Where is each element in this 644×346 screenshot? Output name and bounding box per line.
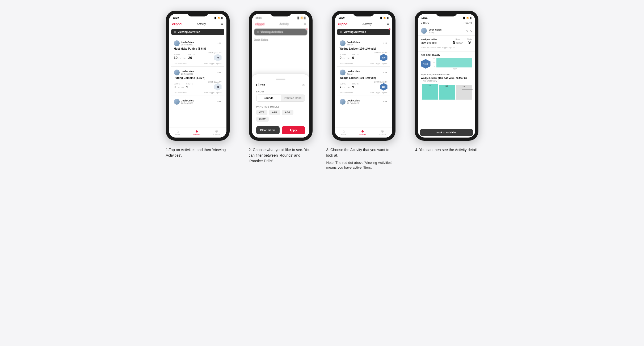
modal-footer: Clear Filters Apply: [256, 126, 305, 134]
score-label-3-1: Score: [340, 54, 350, 55]
stat-quality-3-2: Shot Quality 118: [374, 81, 387, 91]
info-row-3-1: Test Information Data: Clippd Capture: [340, 62, 388, 64]
caption-3-note: Note: The red dot above 'Viewing Activit…: [326, 160, 401, 170]
capture-icon-3: ⊕: [381, 129, 384, 133]
shots-value-3-2: 9: [352, 85, 359, 89]
more-dots-3-1[interactable]: •••: [383, 41, 388, 45]
viewing-banner-1[interactable]: ⚙ Viewing Activities: [171, 29, 224, 35]
user-date-3-2: Today: [347, 73, 360, 75]
score-label-1-2: Score: [174, 83, 184, 85]
status-time-2: 13:21: [256, 16, 262, 19]
more-dots-1-1[interactable]: •••: [217, 41, 222, 45]
caption-3: 3. Choose the Activity that you want to …: [326, 147, 401, 170]
info-row-3-2: Test Information Data: Clippd Capture: [340, 92, 388, 93]
clear-filters-button[interactable]: Clear Filters: [256, 126, 280, 134]
edit-icon-4[interactable]: ✎: [466, 29, 468, 33]
user-date-3-1: Today: [347, 44, 360, 46]
activity-card-3-1[interactable]: Josh Coles Today ••• Wedge Ladder (100–1…: [337, 38, 390, 67]
caption-1: 1.Tap on Activities and then 'Viewing Ac…: [166, 147, 230, 158]
info-left-3-2: Test Information: [340, 92, 353, 93]
phone-2-column: 13:21 ▐▌ 📶 ▓ clippd Activity ≡ ⚙: [243, 11, 318, 170]
chip-putt[interactable]: PUTT: [256, 117, 269, 122]
status-time-1: 13:20: [173, 16, 179, 19]
rounds-toggle[interactable]: Rounds: [256, 95, 281, 101]
avg-quality-title-4: Avg Shot Quality: [421, 54, 472, 56]
session-label-4: Player Activity ▸ Practice Session: [418, 72, 475, 76]
stat-quality-1-1: Shot Quality 75: [208, 52, 221, 61]
practice-drills-toggle[interactable]: Practice Drills: [281, 95, 305, 101]
user-details-1-1: Josh Coles 28 Feb 2023: [181, 41, 194, 46]
modal-title: Filter: [256, 83, 265, 87]
big-bar-val-2-4: 129: [445, 85, 448, 87]
nav-capture-3[interactable]: ⊕ Capture: [379, 129, 386, 135]
home-icon-3: ⌂: [343, 129, 345, 133]
user-name-3-3: Josh Coles: [347, 99, 360, 102]
detail-info-left-4: ⊙ Test Information: [421, 46, 436, 49]
user-details-1-3: Josh Coles 28 Feb 2023: [181, 99, 194, 104]
info-right-1-2: Data: Clippd Capture: [204, 92, 221, 93]
quality-badge-3-1: 130: [380, 54, 388, 61]
stat-shots-3-2: Shots 9: [352, 83, 359, 89]
activity-title-3-2: Wedge Ladder (100–140 yds): [340, 76, 388, 79]
nav-activities-1[interactable]: ♣ Activities: [193, 129, 201, 135]
nav-home-3[interactable]: ⌂ Home: [341, 129, 346, 135]
more-dots-1-2[interactable]: •••: [217, 71, 222, 74]
stats-row-3-1: Score 9 OUT OF Shots 9: [340, 52, 388, 61]
phone-2: 13:21 ▐▌ 📶 ▓ clippd Activity ≡ ⚙: [249, 11, 313, 141]
phone-2-screen: 13:21 ▐▌ 📶 ▓ clippd Activity ≡ ⚙: [252, 14, 309, 138]
nav-capture-1[interactable]: ⊕ Capture: [213, 129, 220, 135]
nav-activities-3[interactable]: ♣ Activities: [359, 129, 367, 135]
user-name-1-3: Josh Coles: [181, 99, 194, 102]
user-details-3-2: Josh Coles Today: [347, 70, 360, 75]
out-of-label-4: OUT OF: [456, 42, 463, 44]
score-value-3-2: 7: [340, 85, 342, 89]
apply-button[interactable]: Apply: [282, 126, 305, 134]
avg-quality-content-4: 130 100 50 0 APP: [421, 58, 472, 70]
quality-badge-1-1: 75: [214, 54, 222, 61]
activity-card-1-2[interactable]: Josh Coles 28 Feb 2023 ••• Putting Combi…: [171, 67, 224, 96]
viewing-banner-text-3: Viewing Activities: [344, 31, 366, 33]
battery-icon-2: ▓: [304, 17, 306, 19]
info-right-3-1: Data: Clippd Capture: [370, 62, 387, 64]
hamburger-icon-3[interactable]: ≡: [387, 22, 389, 26]
more-dots-1-3[interactable]: •••: [217, 100, 222, 104]
score-inline-3-1: 9 OUT OF: [340, 56, 350, 60]
wifi-icon-2: 📶: [301, 17, 303, 19]
card-header-3-3: Josh Coles 28 Feb 2023 •••: [340, 99, 388, 105]
activity-card-1-3[interactable]: Josh Coles 28 Feb 2023 •••: [171, 97, 224, 108]
viewing-banner-3[interactable]: ⚙ Viewing Activities: [337, 29, 390, 35]
back-to-activities-button-4[interactable]: Back to Activities: [420, 129, 473, 136]
filter-icon-3: ⚙: [340, 31, 342, 33]
back-button-4[interactable]: < Back: [421, 22, 429, 25]
nav-home-1[interactable]: ⌂ Home: [175, 129, 180, 135]
chip-ott[interactable]: OTT: [256, 110, 267, 115]
cancel-button-4[interactable]: Cancel: [464, 22, 472, 25]
card-header-3-2: Josh Coles Today •••: [340, 70, 388, 75]
hamburger-icon-1[interactable]: ≡: [221, 22, 223, 26]
more-dots-3-3[interactable]: •••: [383, 100, 388, 104]
score-inline-1-1: 10 OUT OF: [174, 56, 186, 60]
activities-label-1: Activities: [193, 134, 201, 135]
activity-card-3-2[interactable]: Josh Coles Today ••• Wedge Ladder (100–1…: [337, 67, 390, 96]
stat-score-3-2: Score 7 OUT OF: [340, 83, 350, 89]
quality-badge-3-2: 118: [380, 83, 388, 91]
capture-label-3: Capture: [379, 134, 386, 135]
phone-3-column: 13:20 ▐▌ 📶 ▓ clippd Activity ≡ ⚙ Viewing…: [326, 11, 401, 170]
toggle-group[interactable]: Rounds Practice Drills: [256, 95, 305, 102]
activity-card-3-3[interactable]: Josh Coles 28 Feb 2023 •••: [337, 97, 390, 108]
big-bar-chart-4: 132 129 124: [418, 83, 475, 127]
detail-user-row-4: Josh Coles Today ✎ ⤡: [418, 26, 475, 36]
activity-card-1-1[interactable]: Josh Coles 28 Feb 2023 ••• Must Make Put…: [171, 38, 224, 67]
status-icons-3: ▐▌ 📶 ▓: [380, 17, 388, 19]
chip-app[interactable]: APP: [269, 110, 280, 115]
chip-arg[interactable]: ARG: [282, 110, 293, 115]
home-icon-1: ⌂: [177, 129, 179, 133]
detail-score-cols: Score 9 OUT OF Shots 9: [453, 38, 472, 45]
phone-4-screen: 13:21 ▐▌ 📶 ▓ < Back Cancel: [418, 14, 475, 138]
activity-title-3-1: Wedge Ladder (100–140 yds): [340, 47, 388, 50]
big-bar-val-3-4: 124: [462, 86, 465, 87]
wifi-icon: 📶: [218, 17, 220, 19]
close-button[interactable]: ✕: [302, 83, 305, 87]
expand-icon-4[interactable]: ⤡: [470, 29, 472, 33]
more-dots-3-2[interactable]: •••: [383, 71, 388, 74]
